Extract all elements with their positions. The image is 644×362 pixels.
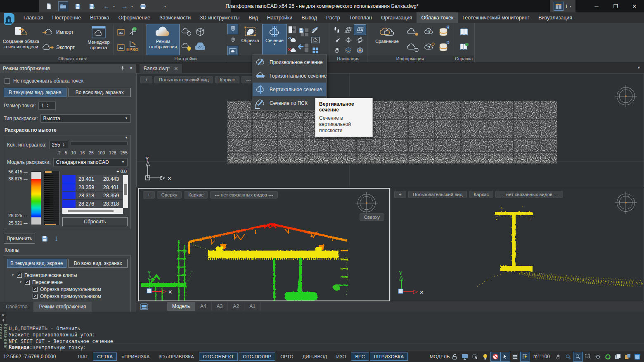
save-as-icon[interactable]: ✓ — [88, 2, 97, 11]
section-caret-icon[interactable]: ▼ — [273, 43, 276, 46]
ribbon-tab[interactable]: Вставка — [85, 12, 114, 23]
panel-pin-icon[interactable] — [120, 66, 125, 71]
qat-customize-icon[interactable]: ▾ — [164, 5, 166, 8]
section-menu-item[interactable]: Горизонтальное сечение — [253, 69, 326, 83]
range-color-swatch[interactable] — [62, 175, 76, 183]
snap-cursor-icon[interactable] — [501, 352, 510, 361]
section-menu-item[interactable]: Произвольное сечение — [253, 55, 326, 69]
undo-caret-icon[interactable]: ▾ — [113, 5, 115, 8]
delete-section-icon[interactable]: ✕ — [286, 45, 298, 55]
tick-label[interactable]: 100 — [98, 150, 105, 155]
ribbon-tab[interactable]: Построение — [48, 12, 86, 23]
range-color-swatch[interactable] — [62, 192, 76, 199]
clip-tree-item[interactable]: ▼ ✓ Обрезка прямоугольником — [7, 286, 128, 293]
reset-button[interactable]: Сбросить — [62, 217, 128, 226]
fly-icon[interactable] — [331, 35, 343, 45]
ribbon-tab[interactable]: Топоплан — [345, 12, 376, 23]
navigation-wheel-icon[interactable] — [614, 191, 638, 215]
navigation-wheel-icon[interactable] — [614, 84, 638, 108]
viewport-control-chip[interactable]: + — [140, 76, 152, 83]
viewport-section[interactable]: +Пользовательский видКаркас--- нет связа… — [390, 188, 644, 301]
all-viewports-button[interactable]: Во всех вид. экранах — [69, 88, 131, 97]
section-view-icon[interactable] — [310, 35, 321, 45]
viewport-control-chip[interactable]: Пользовательский вид — [154, 76, 213, 83]
view-orientation-chip[interactable]: Сверху — [360, 213, 384, 221]
status-toggle[interactable]: ОТС-ПОЛЯР — [239, 353, 275, 361]
pan-hand-icon[interactable] — [554, 352, 563, 361]
ribbon-tab[interactable]: Настройки — [263, 12, 297, 23]
redo-caret-icon[interactable]: ▾ — [131, 5, 133, 8]
redo-icon[interactable]: → — [120, 2, 129, 11]
clip-tree-item[interactable]: ▼ ✓ Геометрические клипы — [7, 272, 128, 279]
restore-sections-icon[interactable] — [298, 43, 310, 53]
quick-properties-icon[interactable] — [521, 352, 530, 361]
layout-tab[interactable]: Модель — [167, 302, 195, 311]
range-to-value[interactable]: 28.318 — [100, 200, 125, 208]
status-toggle[interactable]: ИЗО — [332, 353, 350, 361]
cloud-lighting-icon[interactable] — [180, 42, 192, 52]
query-cloud-db-icon[interactable]: ? — [422, 41, 436, 54]
status-toggle[interactable]: ВЕС — [351, 353, 369, 361]
color-model-select[interactable]: Стандартная nanoCAD▼ — [53, 158, 128, 166]
tick-label[interactable]: 16 — [80, 150, 85, 155]
export-button[interactable]: Экспорт — [40, 43, 84, 52]
cloud-point-info-icon[interactable] — [405, 26, 420, 38]
intervals-stepper[interactable]: 255▲▼ — [49, 141, 68, 149]
open-file-icon[interactable] — [59, 2, 68, 11]
status-toggle[interactable]: ШТРИХОВКА — [370, 353, 408, 361]
epsg-icon[interactable]: EPSG — [127, 40, 138, 53]
command-prompt[interactable]: Команда: — [6, 343, 644, 351]
viewport-control-chip[interactable]: + — [394, 191, 406, 198]
point-size-stepper[interactable]: 1▲▼ — [38, 102, 56, 110]
display-mode-button[interactable]: Режим отображения — [147, 24, 179, 55]
viewport-control-chip[interactable]: Каркас — [469, 191, 493, 198]
clip-checkbox[interactable]: ✓ — [17, 273, 22, 278]
ribbon-tab[interactable]: Облака точек — [417, 12, 458, 23]
database-d-icon[interactable]: D — [436, 41, 451, 54]
clip-tree-item[interactable]: ▼ ✓ Обрезка прямоугольником — [7, 293, 128, 300]
viewport-control-chip[interactable]: Каркас — [215, 76, 239, 83]
load-coloring-icon[interactable]: ↓ — [54, 235, 59, 242]
viewport-grid-icon[interactable] — [310, 45, 321, 55]
layer-list-icon[interactable] — [511, 352, 520, 361]
ribbon-tab[interactable]: 3D-инструменты — [195, 12, 244, 23]
range-color-swatch[interactable] — [62, 183, 76, 191]
status-toggle[interactable]: ДИН-ВВОД — [298, 353, 331, 361]
range-from-value[interactable]: 28.318 — [76, 192, 100, 199]
help-book-icon[interactable] — [458, 27, 470, 37]
snap-to-cloud-icon[interactable] — [228, 24, 238, 34]
geo-position-icon[interactable] — [127, 26, 138, 36]
minimize-button[interactable]: ─ — [587, 0, 606, 12]
ribbon-tab[interactable]: Организация — [376, 12, 417, 23]
panel-tab[interactable]: Режим отображения — [33, 302, 92, 312]
layout-list-icon[interactable] — [139, 303, 149, 310]
zoom-window-icon[interactable] — [573, 352, 582, 361]
range-color-swatch[interactable] — [62, 200, 76, 208]
new-file-icon[interactable] — [44, 2, 53, 11]
height-range-row[interactable]: 28.401 28.443 — [62, 175, 128, 183]
undo-icon[interactable]: ← — [102, 2, 111, 11]
viewport-control-chip[interactable]: --- нет связанных видов --- — [495, 191, 563, 198]
viewport-front[interactable]: +СверхуКаркас--- нет связанных видов --- — [138, 188, 390, 301]
navigation-wheel-icon[interactable] — [355, 191, 379, 215]
cloud-snapshot-icon[interactable] — [228, 46, 238, 56]
save-icon[interactable] — [73, 2, 82, 11]
status-toggle[interactable]: СЕТКА — [93, 353, 116, 361]
clip-frame-icon[interactable] — [115, 27, 127, 37]
cloud-intensity-icon[interactable] — [180, 27, 192, 37]
free-orbit-icon[interactable] — [354, 35, 366, 45]
slice-box-icon[interactable] — [343, 45, 354, 55]
tick-label[interactable]: 2 — [58, 150, 61, 155]
current-viewport-button[interactable]: В текущем вид. экране — [4, 88, 66, 97]
status-toggle[interactable]: 3D оПРИВЯЗКА — [154, 353, 198, 361]
clip-frame-2-icon[interactable] — [115, 43, 127, 52]
clip-tree-item[interactable]: ▼ ✓ Пересечение — [7, 279, 128, 286]
clips-current-viewport-button[interactable]: В текущем вид. экране — [7, 259, 66, 268]
add-section-icon[interactable] — [286, 35, 298, 45]
workspace-icon[interactable] — [623, 352, 632, 361]
orbit-icon[interactable] — [593, 352, 602, 361]
sheet-set-icon[interactable] — [613, 352, 622, 361]
intervals-slider[interactable] — [71, 142, 128, 145]
no-highlight-checkbox[interactable]: Не подсвечивать облака точек — [5, 78, 131, 84]
layout-tab[interactable]: A3 — [212, 302, 228, 311]
